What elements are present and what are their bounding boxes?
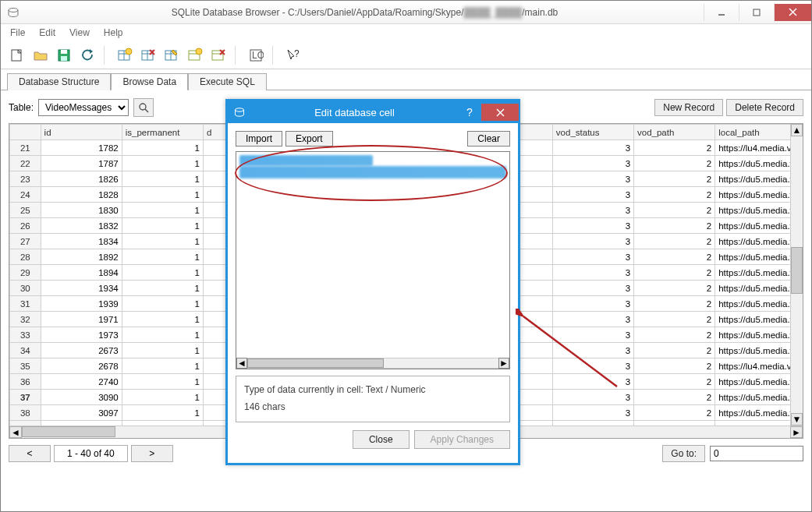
scroll-thumb[interactable] bbox=[791, 247, 803, 294]
cell[interactable] bbox=[203, 312, 227, 327]
row-number[interactable]: 23 bbox=[10, 171, 41, 187]
cell[interactable]: 1826 bbox=[41, 171, 122, 187]
menu-help[interactable]: Help bbox=[98, 26, 129, 41]
log-icon[interactable]: LOG bbox=[245, 44, 267, 66]
menu-file[interactable]: File bbox=[4, 26, 31, 41]
cell[interactable]: https://du5.media.v bbox=[715, 343, 802, 358]
pager-prev-button[interactable]: < bbox=[9, 445, 51, 462]
table-select[interactable]: VideoMessages bbox=[38, 99, 129, 116]
cell[interactable] bbox=[203, 281, 227, 296]
cell[interactable]: 3 bbox=[552, 312, 633, 327]
cell[interactable]: 3 bbox=[552, 249, 633, 265]
cell[interactable]: 2 bbox=[634, 171, 715, 187]
cell[interactable] bbox=[203, 218, 227, 234]
close-button[interactable] bbox=[774, 4, 811, 21]
cell[interactable]: 1828 bbox=[41, 187, 122, 203]
cell[interactable]: 1 bbox=[122, 312, 203, 327]
cell[interactable] bbox=[203, 374, 227, 390]
dialog-textarea[interactable]: ◄ ► bbox=[236, 151, 510, 369]
tab-structure[interactable]: Database Structure bbox=[7, 73, 111, 90]
scroll-left-icon[interactable]: ◄ bbox=[236, 358, 247, 369]
cell[interactable]: 3 bbox=[552, 358, 633, 374]
row-number[interactable]: 34 bbox=[10, 343, 41, 358]
cell[interactable]: https://du5.media.v bbox=[715, 171, 802, 187]
cell[interactable]: https://du5.media.v bbox=[715, 405, 802, 421]
delete-record-button[interactable]: Delete Record bbox=[726, 99, 803, 116]
cell[interactable]: https://du5.media.v bbox=[715, 312, 802, 327]
cell[interactable]: 1 bbox=[122, 171, 203, 187]
vertical-scrollbar[interactable]: ▲ ▼ bbox=[790, 124, 803, 425]
scroll-up-icon[interactable]: ▲ bbox=[791, 124, 803, 136]
cell[interactable] bbox=[203, 234, 227, 249]
cell[interactable]: 1 bbox=[122, 296, 203, 312]
cell[interactable]: https://du5.media.v bbox=[715, 249, 802, 265]
cell[interactable]: 3090 bbox=[41, 390, 122, 405]
column-header[interactable]: local_path bbox=[715, 125, 802, 140]
cell[interactable]: 1782 bbox=[41, 140, 122, 156]
whatsthis-icon[interactable]: ? bbox=[282, 44, 304, 66]
cell[interactable]: 2 bbox=[634, 234, 715, 249]
cell[interactable]: 1 bbox=[122, 358, 203, 374]
cell[interactable] bbox=[203, 140, 227, 156]
cell[interactable]: 2678 bbox=[41, 358, 122, 374]
cell[interactable]: 1 bbox=[122, 218, 203, 234]
cell[interactable]: 1 bbox=[122, 327, 203, 343]
cell[interactable]: 2 bbox=[634, 358, 715, 374]
delete-index-icon[interactable] bbox=[207, 44, 229, 66]
row-number[interactable]: 38 bbox=[10, 405, 41, 421]
cell[interactable] bbox=[203, 296, 227, 312]
column-header[interactable]: is_permanent bbox=[122, 125, 203, 140]
search-button[interactable] bbox=[133, 98, 154, 117]
cell[interactable]: 1 bbox=[122, 265, 203, 281]
dialog-import-button[interactable]: Import bbox=[236, 131, 282, 147]
column-header[interactable]: vod_path bbox=[634, 125, 715, 140]
column-header[interactable]: vod_status bbox=[552, 125, 633, 140]
scroll-right-icon[interactable]: ► bbox=[498, 358, 509, 369]
scroll-left-icon[interactable]: ◄ bbox=[9, 426, 22, 438]
column-header[interactable]: id bbox=[41, 125, 122, 140]
tab-sql[interactable]: Execute SQL bbox=[188, 73, 267, 90]
cell[interactable]: 1787 bbox=[41, 156, 122, 171]
cell[interactable]: https://du5.media.v bbox=[715, 374, 802, 390]
row-number[interactable]: 22 bbox=[10, 156, 41, 171]
cell[interactable]: https://du5.media.v bbox=[715, 281, 802, 296]
cell[interactable] bbox=[203, 405, 227, 421]
column-header[interactable]: d bbox=[203, 125, 227, 140]
cell[interactable] bbox=[203, 265, 227, 281]
row-number[interactable]: 28 bbox=[10, 249, 41, 265]
cell[interactable]: 1 bbox=[122, 281, 203, 296]
cell[interactable] bbox=[203, 358, 227, 374]
cell[interactable] bbox=[203, 156, 227, 171]
cell[interactable] bbox=[203, 171, 227, 187]
dialog-hscroll[interactable]: ◄ ► bbox=[236, 358, 509, 369]
cell[interactable]: 3 bbox=[552, 171, 633, 187]
open-db-icon[interactable] bbox=[30, 44, 51, 66]
cell[interactable]: 2 bbox=[634, 405, 715, 421]
cell[interactable]: 1973 bbox=[41, 327, 122, 343]
cell[interactable] bbox=[203, 327, 227, 343]
cell[interactable]: 2 bbox=[634, 249, 715, 265]
row-number[interactable]: 33 bbox=[10, 327, 41, 343]
row-number[interactable]: 36 bbox=[10, 374, 41, 390]
hscroll-thumb[interactable] bbox=[22, 426, 115, 437]
cell[interactable]: https://du5.media.v bbox=[715, 265, 802, 281]
cell[interactable]: 1939 bbox=[41, 296, 122, 312]
cell[interactable]: 1971 bbox=[41, 312, 122, 327]
cell[interactable]: 3 bbox=[552, 374, 633, 390]
cell[interactable] bbox=[203, 249, 227, 265]
cell[interactable]: https://du5.media.v bbox=[715, 187, 802, 203]
cell[interactable]: 2 bbox=[634, 218, 715, 234]
cell[interactable]: https://du5.media.v bbox=[715, 390, 802, 405]
row-number[interactable]: 24 bbox=[10, 187, 41, 203]
cell[interactable]: 1 bbox=[122, 203, 203, 218]
cell[interactable]: 3 bbox=[552, 405, 633, 421]
cell[interactable]: https://du5.media.v bbox=[715, 218, 802, 234]
cell[interactable] bbox=[203, 343, 227, 358]
cell[interactable]: 1 bbox=[122, 405, 203, 421]
row-number[interactable]: 37 bbox=[10, 390, 41, 405]
cell[interactable]: https://du5.media.v bbox=[715, 327, 802, 343]
cell[interactable]: 1 bbox=[122, 234, 203, 249]
cell[interactable]: 2 bbox=[634, 156, 715, 171]
cell[interactable]: https://du5.media.v bbox=[715, 203, 802, 218]
cell[interactable]: 2 bbox=[634, 312, 715, 327]
